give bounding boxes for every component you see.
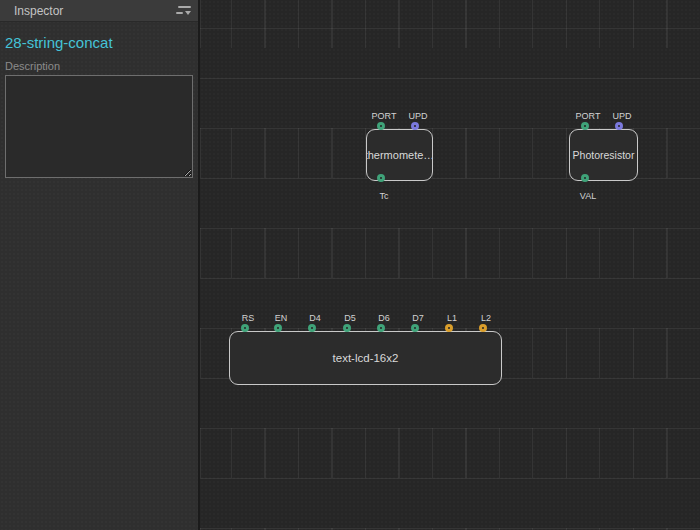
xod-ide-window: Inspector 28-string-concat Description P… [0, 0, 700, 530]
pin-circle [411, 122, 419, 130]
menu-icon-bar [178, 6, 191, 8]
pin-circle [615, 122, 623, 130]
pin-circle [377, 122, 385, 130]
pin-circle [308, 324, 316, 332]
inspector-header-title: Inspector [14, 4, 63, 18]
menu-icon-row [176, 11, 191, 15]
node-label: thermomete… [367, 130, 432, 180]
pin-circle [411, 324, 419, 332]
node-label: Photoresistor [570, 130, 637, 180]
menu-icon-bar [176, 12, 183, 14]
node-text-lcd-16x2[interactable]: RS EN D4 D5 D6 D7 [229, 331, 502, 385]
pin-circle [445, 324, 453, 332]
pin-circle [343, 324, 351, 332]
node-label: text-lcd-16x2 [230, 332, 501, 384]
menu-icon-caret [185, 11, 191, 15]
pin-circle [479, 324, 487, 332]
collapse-panel-menu-icon[interactable] [176, 6, 191, 15]
inspector-header: Inspector [0, 0, 198, 22]
pin-circle [241, 324, 249, 332]
pin-circle [377, 324, 385, 332]
description-label: Description [5, 60, 193, 72]
pin-circle [581, 122, 589, 130]
description-textarea[interactable] [5, 75, 193, 178]
patch-canvas[interactable]: PORT UPD Tc thermomete… PORT UPD [200, 0, 700, 530]
patch-name-title: 28-string-concat [5, 34, 193, 51]
node-thermometer[interactable]: PORT UPD Tc thermomete… [366, 129, 433, 181]
inspector-panel: Inspector 28-string-concat Description [0, 0, 200, 530]
node-photoresistor[interactable]: PORT UPD VAL Photoresistor [569, 129, 638, 181]
pin-circle [274, 324, 282, 332]
